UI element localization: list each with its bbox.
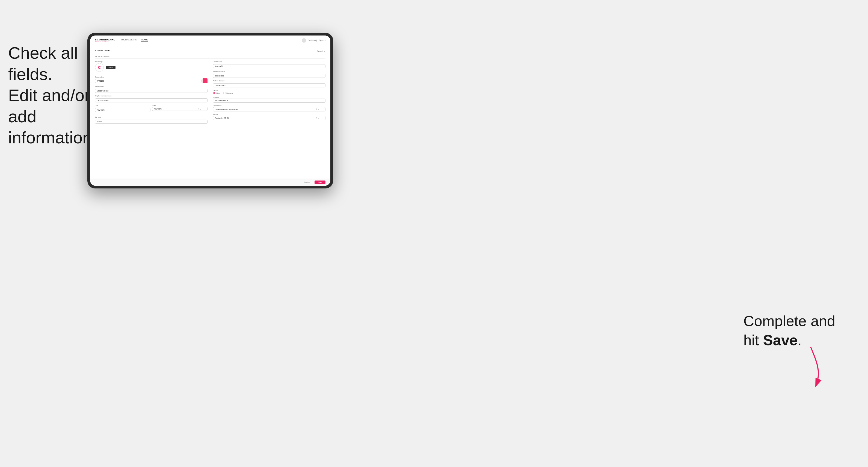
upload-button[interactable]: Upload [106,66,116,69]
conference-clear-icon[interactable]: ✕ [315,108,317,110]
display-name-group: Display name (unique) [95,95,208,102]
tablet-device: SCOREBOARD Powered by clippd TOURNAMENTS… [87,33,333,188]
city-state-row: City State New York ✕ ⌄ [95,104,208,114]
zip-group: Zip code [95,116,208,124]
assistant-coach-group: Assistant Coach [213,70,326,78]
team-colour-input[interactable] [95,79,202,83]
conference-controls: ✕ ⌄ [315,108,319,110]
nav-tournaments[interactable]: TOURNAMENTS [121,38,137,42]
region-arrow-icon: ⌄ [317,117,319,119]
user-avatar [302,38,306,42]
conference-value: University Athletic Association [215,108,238,110]
navbar: SCOREBOARD Powered by clippd TOURNAMENTS… [90,35,330,45]
team-name-label: Team name [95,86,208,87]
form-header: Create Team Cancel ✕ [95,49,326,54]
city-input[interactable] [95,108,150,112]
radio-dot-womens [223,92,225,94]
form-left-col: Team logo C Upload Team colour [95,61,208,126]
display-name-label: Display name (unique) [95,95,208,97]
state-group: State New York ✕ ⌄ [152,104,208,112]
assistant-coach-label: Assistant Coach [213,70,326,72]
save-button[interactable]: Save [314,181,326,184]
form-grid: Team logo C Upload Team colour [95,61,326,126]
gender-group: Gender Mens Womens [213,90,326,94]
page-title: Create Team [95,49,110,52]
team-name-input[interactable] [95,89,208,93]
division-label: Division [213,96,326,98]
zip-input[interactable] [95,120,208,124]
section-label: TEAM DETAILS [95,56,326,59]
head-coach-label: Head Coach [213,61,326,63]
team-colour-group: Team colour [95,76,208,83]
color-field-wrapper [95,79,208,83]
logo-sub: Powered by clippd [95,41,116,42]
complete-line-1: Complete and [743,313,835,329]
radio-mens-label: Mens [216,92,220,94]
footer-bar: Cancel Save [90,179,330,186]
division-select[interactable]: NCAA Division III [213,99,326,103]
radio-dot-mens [213,92,215,94]
logo-text: SCOREBOARD [95,38,116,41]
head-coach-input[interactable] [213,64,326,68]
region-select[interactable]: Region II - (M) DIII ✕ ⌄ [213,116,326,120]
athletic-director-input[interactable] [213,83,326,87]
cancel-button[interactable]: Cancel [302,181,312,184]
region-clear-icon[interactable]: ✕ [315,117,317,119]
city-label: City [95,104,150,106]
assistant-coach-input[interactable] [213,74,326,78]
team-logo-group: Team logo C Upload [95,61,208,74]
nav-links: TOURNAMENTS TEAMS [121,38,148,42]
region-label: Region [213,114,326,115]
region-controls: ✕ ⌄ [315,117,319,119]
content-area: Create Team Cancel ✕ TEAM DETAILS Team l… [90,45,330,179]
state-select[interactable]: New York ✕ ⌄ [152,107,208,111]
conference-group: Conference University Athletic Associati… [213,105,326,112]
conference-label: Conference [213,105,326,106]
conference-select[interactable]: University Athletic Association ✕ ⌄ [213,107,326,112]
nav-teams[interactable]: TEAMS [141,38,148,42]
conference-arrow-icon: ⌄ [317,108,319,110]
nav-right: Test User | Sign out [302,38,326,42]
radio-womens[interactable]: Womens [223,92,233,94]
division-value: NCAA Division III [215,100,228,102]
logo-area: SCOREBOARD Powered by clippd [95,38,116,42]
color-swatch[interactable] [203,79,208,83]
region-value: Region II - (M) DIII [215,117,229,119]
gender-row: Mens Womens [213,92,326,94]
team-logo-label: Team logo [95,61,208,63]
radio-mens[interactable]: Mens [213,92,220,94]
gender-label: Gender [213,90,326,91]
team-colour-label: Team colour [95,76,208,78]
state-label: State [152,104,208,106]
right-arrow-icon [789,344,830,388]
team-logo-circle: C [95,63,104,72]
athletic-director-label: Athletic Director [213,80,326,82]
user-label: Test User | [308,39,317,41]
state-clear-icon[interactable]: ✕ ⌄ [198,108,201,110]
signout-link[interactable]: Sign out [319,39,326,41]
state-value: New York [154,108,161,110]
team-name-group: Team name [95,86,208,93]
display-name-input[interactable] [95,98,208,102]
city-group: City [95,104,150,112]
form-right-col: Head Coach Assistant Coach Athletic Dire… [213,61,326,126]
tablet-screen: SCOREBOARD Powered by clippd TOURNAMENTS… [90,35,330,186]
division-select-wrapper: NCAA Division III ⌄ [213,99,326,103]
head-coach-group: Head Coach [213,61,326,68]
instruction-right: Complete and hit Save. [743,311,835,349]
division-group: Division NCAA Division III ⌄ [213,96,326,103]
radio-womens-label: Womens [226,92,233,94]
zip-label: Zip code [95,116,208,118]
cancel-top-link[interactable]: Cancel ✕ [317,50,326,53]
region-group: Region Region II - (M) DIII ✕ ⌄ [213,114,326,120]
athletic-director-group: Athletic Director [213,80,326,87]
logo-upload-area: C Upload [95,63,208,72]
